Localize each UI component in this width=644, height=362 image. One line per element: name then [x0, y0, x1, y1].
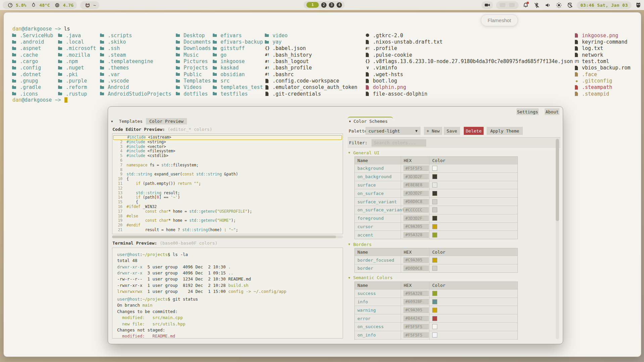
save-button[interactable]: Save — [444, 127, 460, 135]
workspace-3-button[interactable]: 3 — [329, 2, 334, 8]
color-sections-scrollbar[interactable] — [556, 138, 559, 339]
file-name: .icons — [20, 91, 38, 97]
hex-value-field[interactable]: #C9A305 — [403, 224, 429, 229]
notifications-button[interactable] — [522, 1, 530, 9]
filter-input[interactable]: Search colors... — [371, 139, 426, 147]
screen-record-button[interactable] — [482, 1, 493, 9]
doc-icon — [574, 72, 579, 77]
color-swatch[interactable] — [432, 166, 437, 171]
hex-value-field[interactable]: #3D3D2F — [403, 191, 429, 196]
vim-icon — [365, 65, 370, 70]
tray-owl-button[interactable] — [634, 1, 642, 9]
color-swatch[interactable] — [432, 291, 437, 296]
hex-value-field[interactable]: #E8E8E8 — [403, 182, 429, 188]
hex-value-field[interactable]: #95A328 — [403, 291, 429, 296]
clock-pill[interactable]: 03:46 Sat, Jan 03 — [577, 1, 631, 9]
color-row: cursor#C9A305 — [355, 222, 517, 231]
file-name: .npm — [66, 58, 78, 64]
color-swatch[interactable] — [432, 316, 437, 321]
memory-value: 4.7G — [63, 3, 73, 8]
folder-icon — [100, 40, 105, 45]
palette-dropdown[interactable]: cursed-light ▼ — [365, 127, 420, 135]
file-item: Projects — [176, 65, 211, 71]
color-swatch[interactable] — [432, 266, 437, 271]
scrollbar-thumb[interactable] — [112, 236, 336, 238]
hex-value-field[interactable]: #3D3D2F — [403, 174, 429, 179]
file-name: .babel.json — [273, 45, 306, 51]
file-name: .mozilla — [66, 52, 90, 58]
file-name: .reform — [66, 84, 87, 90]
hex-value-field[interactable]: #60928F — [403, 299, 429, 305]
color-swatch[interactable] — [432, 174, 437, 179]
hex-value-field[interactable]: #3D3D2F — [403, 215, 429, 221]
file-item: video — [265, 32, 357, 39]
bluetooth-off-button[interactable] — [533, 1, 541, 9]
section-header[interactable]: ▼Borders — [348, 241, 557, 248]
color-swatch[interactable] — [432, 207, 437, 212]
hex-value-field[interactable]: #C9A305 — [403, 307, 429, 313]
workspace-1-button[interactable]: 1 — [306, 2, 319, 8]
color-row: background#F5F5F5 — [355, 164, 517, 172]
file-item: .bash_profile — [265, 65, 357, 71]
code-horizontal-scrollbar[interactable] — [112, 236, 343, 238]
file-name: inkgoose — [220, 58, 245, 64]
file-name: .gradle — [20, 84, 41, 90]
workspace-4-button[interactable]: 4 — [337, 2, 342, 8]
apply-theme-button[interactable]: Apply Theme — [487, 127, 523, 135]
section-header[interactable]: ▼Semantic Colors — [348, 274, 557, 281]
terminal-input-line[interactable]: dan@darkgoose ~> — [12, 97, 67, 103]
volume-button[interactable] — [544, 1, 552, 9]
color-sections-scroll-area: ▼General UINameHEXColorbackground#F5F5F5… — [348, 148, 557, 340]
tab-templates[interactable]: Templates — [115, 118, 146, 124]
tab-color-preview[interactable]: Color Preview — [146, 118, 187, 124]
color-swatch[interactable] — [432, 183, 437, 188]
workspace-2-button[interactable]: 2 — [321, 2, 327, 8]
section-header[interactable]: ▼General UI — [348, 149, 557, 156]
hex-value-field[interactable]: #D0D0C8 — [403, 199, 429, 205]
new-palette-button[interactable]: + New — [424, 127, 442, 135]
hex-value-field[interactable]: #B44242 — [403, 316, 429, 321]
color-swatch[interactable] — [432, 324, 437, 329]
file-name: Downloads — [184, 45, 211, 51]
file-item: Android — [100, 84, 171, 91]
folder-icon — [12, 59, 17, 64]
color-swatch[interactable] — [432, 199, 437, 204]
hex-value-field[interactable]: #CCCCCC — [403, 207, 429, 213]
hex-value-field[interactable]: #C9A305 — [403, 257, 429, 263]
code-line: 11 if (path.empty()) return ""; — [112, 182, 343, 186]
bluetooth-off-icon — [534, 2, 540, 8]
doc-icon — [365, 40, 370, 45]
color-row: surface_variant#D0D0C8 — [355, 197, 517, 206]
file-item: .steampath — [574, 84, 631, 91]
delete-button[interactable]: Delete — [464, 127, 484, 135]
color-swatch[interactable] — [432, 191, 437, 196]
color-swatch[interactable] — [432, 299, 437, 304]
color-swatch[interactable] — [432, 308, 437, 313]
gear-icon — [365, 33, 370, 38]
code-line: 20#endif — [112, 223, 343, 228]
color-swatch[interactable] — [432, 224, 437, 229]
color-row: foreground#3D3D2F — [355, 214, 517, 222]
collapse-arrow-icon[interactable]: ▼ — [111, 120, 113, 123]
color-swatch[interactable] — [432, 332, 437, 338]
focused-window-pill[interactable]: ~ — [80, 1, 99, 9]
brightness-button[interactable] — [555, 1, 563, 9]
inactive-tray-pill[interactable] — [496, 1, 518, 9]
color-swatch[interactable] — [432, 232, 437, 238]
file-name: src — [220, 78, 230, 84]
hex-value-field[interactable]: #F5F5F5 — [403, 165, 429, 171]
hex-value-field[interactable]: #D0D0C8 — [403, 265, 429, 271]
prompt-command: ls — [64, 26, 70, 32]
color-swatch[interactable] — [432, 258, 437, 263]
hex-value-field[interactable]: #F5F5F5 — [403, 324, 429, 329]
hex-value-field[interactable]: #95A328 — [403, 232, 429, 238]
scrollbar-thumb[interactable] — [556, 139, 559, 221]
about-button[interactable]: About — [545, 108, 559, 115]
night-light-button[interactable] — [566, 1, 574, 9]
color-schemes-header[interactable]: ▼ Color Schemes — [348, 117, 393, 125]
settings-button[interactable]: Settings — [516, 108, 539, 115]
color-swatch[interactable] — [432, 216, 437, 221]
folder-icon — [176, 85, 181, 90]
hex-value-field[interactable]: #F5F5F5 — [403, 332, 429, 338]
system-stats-pill[interactable]: 5.8% 48°C 4.7G — [3, 1, 77, 9]
